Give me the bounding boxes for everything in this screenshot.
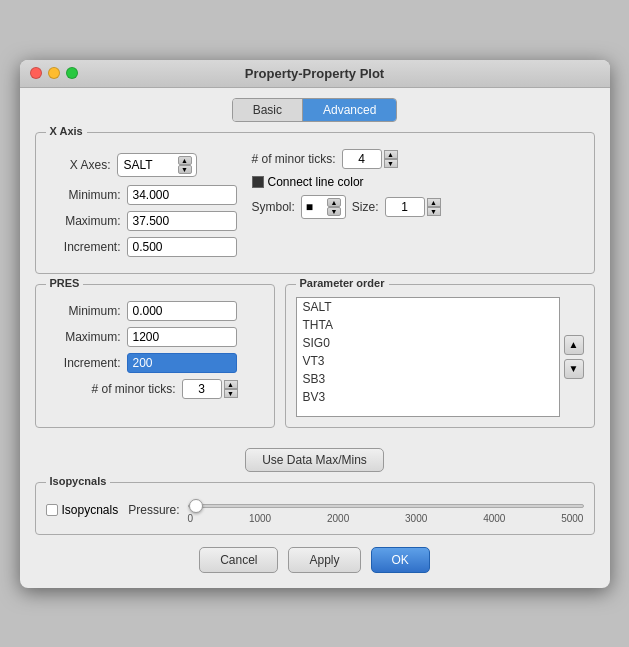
size-up[interactable]: ▲: [427, 198, 441, 207]
size-label: Size:: [352, 200, 379, 214]
connect-color-row: Connect line color: [252, 175, 584, 189]
pres-group: PRES Minimum: Maximum: Increment:: [35, 284, 275, 428]
close-button[interactable]: [30, 67, 42, 79]
x-minor-ticks-down[interactable]: ▼: [384, 159, 398, 168]
slider-wrapper: 010002000300040005000: [188, 497, 584, 524]
title-bar: Property-Property Plot: [20, 60, 610, 88]
pres-maximum-label: Maximum:: [46, 330, 121, 344]
slider-tick-label: 5000: [561, 513, 583, 524]
pres-minor-ticks-stepper[interactable]: ▲ ▼: [224, 380, 238, 398]
pressure-label: Pressure:: [128, 503, 179, 517]
use-data-button[interactable]: Use Data Max/Mins: [245, 448, 384, 472]
symbol-arrows[interactable]: ▲ ▼: [327, 198, 341, 216]
param-list-controls: ▲ ▼: [564, 297, 584, 417]
x-increment-label: Increment:: [46, 240, 121, 254]
pres-minimum-row: Minimum:: [46, 301, 264, 321]
slider-tick-label: 3000: [405, 513, 427, 524]
maximize-button[interactable]: [66, 67, 78, 79]
connect-color-swatch[interactable]: [252, 176, 264, 188]
symbol-up[interactable]: ▲: [327, 198, 341, 207]
isopycnals-checkbox-label: Isopycnals: [62, 503, 119, 517]
pres-minor-ticks-down[interactable]: ▼: [224, 389, 238, 398]
size-input[interactable]: [385, 197, 425, 217]
x-minor-ticks-stepper[interactable]: ▲ ▼: [384, 150, 398, 168]
pres-maximum-row: Maximum:: [46, 327, 264, 347]
list-item[interactable]: SB3: [297, 370, 559, 388]
list-item[interactable]: BV3: [297, 388, 559, 406]
x-maximum-input[interactable]: [127, 211, 237, 231]
slider-tick-label: 4000: [483, 513, 505, 524]
pres-increment-input[interactable]: [127, 353, 237, 373]
parameter-order-group: Parameter order SALTTHTASIG0VT3SB3BV3 ▲ …: [285, 284, 595, 428]
ok-button[interactable]: OK: [371, 547, 430, 573]
symbol-label: Symbol:: [252, 200, 295, 214]
x-minimum-input[interactable]: [127, 185, 237, 205]
list-item[interactable]: SIG0: [297, 334, 559, 352]
pressure-slider[interactable]: [188, 504, 584, 508]
pres-increment-label: Increment:: [46, 356, 121, 370]
pres-minimum-label: Minimum:: [46, 304, 121, 318]
x-axis-group-label: X Axis: [46, 125, 87, 137]
x-minor-ticks-up[interactable]: ▲: [384, 150, 398, 159]
x-minor-ticks-row: # of minor ticks: ▲ ▼: [252, 149, 584, 169]
two-col: PRES Minimum: Maximum: Increment:: [35, 284, 595, 438]
x-axis-left: X Axes: SALT ▲ ▼ Minimum:: [46, 149, 237, 263]
symbol-select-wrapper: ■ ▲ ▼: [301, 195, 346, 219]
x-axis-group: X Axis X Axes: SALT ▲ ▼: [35, 132, 595, 274]
x-maximum-row: Maximum:: [46, 211, 237, 231]
param-list-wrapper: SALTTHTASIG0VT3SB3BV3 ▲ ▼: [296, 297, 584, 417]
tab-advanced[interactable]: Advanced: [303, 99, 396, 121]
x-axes-row: X Axes: SALT ▲ ▼: [46, 153, 237, 177]
isopycnals-row: Isopycnals Pressure: 0100020003000400050…: [46, 497, 584, 524]
isopycnals-group: Isopycnals Isopycnals Pressure: 01000200…: [35, 482, 595, 535]
x-minimum-row: Minimum:: [46, 185, 237, 205]
pres-maximum-input[interactable]: [127, 327, 237, 347]
list-item[interactable]: THTA: [297, 316, 559, 334]
x-maximum-label: Maximum:: [46, 214, 121, 228]
apply-button[interactable]: Apply: [288, 547, 360, 573]
slider-labels: 010002000300040005000: [188, 513, 584, 524]
x-axes-down-arrow[interactable]: ▼: [178, 165, 192, 174]
tab-bar: Basic Advanced: [232, 98, 398, 122]
use-data-container: Use Data Max/Mins: [35, 448, 595, 472]
symbol-down[interactable]: ▼: [327, 207, 341, 216]
parameter-order-list[interactable]: SALTTHTASIG0VT3SB3BV3: [296, 297, 560, 417]
main-window: Property-Property Plot Basic Advanced X …: [20, 60, 610, 588]
window-content: Basic Advanced X Axis X Axes: SALT ▲: [20, 88, 610, 588]
param-up-button[interactable]: ▲: [564, 335, 584, 355]
symbol-value: ■: [306, 200, 323, 214]
tab-bar-container: Basic Advanced: [35, 98, 595, 122]
x-minimum-label: Minimum:: [46, 188, 121, 202]
isopycnals-checkbox-wrapper: Isopycnals: [46, 503, 119, 517]
pres-minor-ticks-label: # of minor ticks:: [46, 382, 176, 396]
size-stepper[interactable]: ▲ ▼: [427, 198, 441, 216]
x-axes-select-wrapper: SALT ▲ ▼: [117, 153, 197, 177]
x-axes-up-arrow[interactable]: ▲: [178, 156, 192, 165]
slider-tick-label: 2000: [327, 513, 349, 524]
list-item[interactable]: VT3: [297, 352, 559, 370]
symbol-row: Symbol: ■ ▲ ▼ Size: ▲ ▼: [252, 195, 584, 219]
connect-color-label: Connect line color: [268, 175, 364, 189]
param-down-button[interactable]: ▼: [564, 359, 584, 379]
x-increment-input[interactable]: [127, 237, 237, 257]
cancel-button[interactable]: Cancel: [199, 547, 278, 573]
list-item[interactable]: SALT: [297, 298, 559, 316]
parameter-order-label: Parameter order: [296, 277, 389, 289]
bottom-buttons: Cancel Apply OK: [35, 547, 595, 573]
isopycnals-label: Isopycnals: [46, 475, 111, 487]
size-down[interactable]: ▼: [427, 207, 441, 216]
x-minor-ticks-input[interactable]: [342, 149, 382, 169]
pres-minor-ticks-row: # of minor ticks: ▲ ▼: [46, 379, 264, 399]
pres-minimum-input[interactable]: [127, 301, 237, 321]
tab-basic[interactable]: Basic: [233, 99, 303, 121]
pres-minor-ticks-up[interactable]: ▲: [224, 380, 238, 389]
x-axis-main: X Axes: SALT ▲ ▼ Minimum:: [46, 149, 584, 263]
x-axes-arrows[interactable]: ▲ ▼: [178, 156, 192, 174]
traffic-lights: [30, 67, 78, 79]
minimize-button[interactable]: [48, 67, 60, 79]
x-axis-right-panel: # of minor ticks: ▲ ▼ Connect line color: [252, 149, 584, 263]
isopycnals-checkbox[interactable]: [46, 504, 58, 516]
x-minor-ticks-label: # of minor ticks:: [252, 152, 336, 166]
pres-minor-ticks-input[interactable]: [182, 379, 222, 399]
window-title: Property-Property Plot: [245, 66, 384, 81]
